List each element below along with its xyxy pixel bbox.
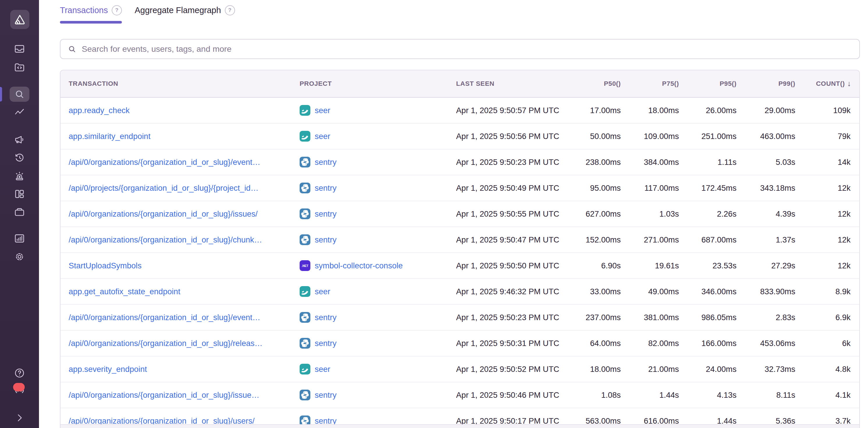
sidebar-item-dashboards[interactable]: [9, 186, 29, 202]
sidebar-item-settings[interactable]: [9, 249, 29, 265]
project-link[interactable]: sentry: [315, 339, 337, 348]
count-cell: 4.8k: [795, 365, 859, 374]
help-icon[interactable]: ?: [112, 5, 122, 15]
p50-cell: 18.00ms: [584, 365, 621, 374]
col-header-p95[interactable]: P95(): [679, 80, 737, 88]
history-clock-icon: [14, 152, 25, 164]
tab-transactions[interactable]: Transactions ?: [60, 5, 122, 24]
p99-cell: 453.06ms: [737, 339, 795, 348]
sidebar: [0, 0, 39, 428]
col-header-project[interactable]: PROJECT: [300, 80, 456, 88]
transaction-link[interactable]: StartUploadSymbols: [69, 261, 142, 270]
last-seen-cell: Apr 1, 2025 9:50:52 PM UTC: [456, 365, 584, 374]
project-link[interactable]: symbol-collector-console: [315, 261, 403, 270]
col-header-p75[interactable]: P75(): [621, 80, 679, 88]
sidebar-item-search-active[interactable]: [9, 87, 29, 102]
help-icon[interactable]: ?: [225, 5, 235, 15]
project-link[interactable]: sentry: [315, 313, 337, 322]
sidebar-item-explore[interactable]: [9, 59, 29, 75]
col-header-last-seen[interactable]: LAST SEEN: [456, 80, 584, 88]
transaction-cell: /api/0/organizations/{organization_id_or…: [61, 235, 300, 244]
sidebar-item-issues[interactable]: [9, 41, 29, 57]
last-seen-cell: Apr 1, 2025 9:50:23 PM UTC: [456, 313, 584, 322]
project-link[interactable]: sentry: [315, 391, 337, 400]
siren-icon: [14, 170, 25, 182]
project-cell: seer: [300, 364, 456, 374]
col-header-p99[interactable]: P99(): [737, 80, 795, 88]
last-seen-cell: Apr 1, 2025 9:46:32 PM UTC: [456, 287, 584, 296]
table-row: app.similarity_endpointseerApr 1, 2025 9…: [61, 124, 859, 150]
p95-cell: 687.00ms: [679, 235, 737, 244]
project-cell: .NETsymbol-collector-console: [300, 260, 456, 271]
transaction-link[interactable]: app.severity_endpoint: [69, 365, 147, 374]
transaction-cell: /api/0/projects/{organization_id_or_slug…: [61, 184, 300, 193]
last-seen-cell: Apr 1, 2025 9:50:57 PM UTC: [456, 106, 584, 115]
col-header-count[interactable]: COUNT() ↓: [795, 79, 859, 88]
project-link[interactable]: sentry: [315, 209, 337, 219]
transaction-link[interactable]: app.similarity_endpoint: [69, 132, 150, 141]
project-cell: sentry: [300, 312, 456, 323]
table-row: /api/0/organizations/{organization_id_or…: [61, 331, 859, 357]
transaction-link[interactable]: app.get_autofix_state_endpoint: [69, 287, 180, 296]
table-row: app.severity_endpointseerApr 1, 2025 9:5…: [61, 357, 859, 382]
transaction-link[interactable]: /api/0/projects/{organization_id_or_slug…: [69, 184, 258, 193]
sidebar-item-replays[interactable]: [9, 150, 29, 166]
transactions-table: TRANSACTION PROJECT LAST SEEN P50() P75(…: [60, 70, 860, 428]
p75-cell: 21.00ms: [621, 365, 679, 374]
transaction-link[interactable]: /api/0/organizations/{organization_id_or…: [69, 339, 263, 348]
sidebar-item-stats[interactable]: [9, 230, 29, 246]
col-header-transaction[interactable]: TRANSACTION: [61, 80, 300, 88]
last-seen-cell: Apr 1, 2025 9:50:49 PM UTC: [456, 184, 584, 193]
sidebar-item-help[interactable]: [9, 365, 29, 381]
table-body: app.ready_checkseerApr 1, 2025 9:50:57 P…: [61, 98, 859, 428]
sidebar-item-insights[interactable]: [9, 105, 29, 121]
p99-cell: 1.37s: [737, 235, 795, 244]
project-cell: seer: [300, 131, 456, 142]
project-link[interactable]: sentry: [315, 158, 337, 167]
active-nav-indicator: [0, 87, 2, 101]
col-header-count-label: COUNT(): [816, 80, 845, 88]
transaction-link[interactable]: /api/0/organizations/{organization_id_or…: [69, 158, 260, 167]
project-cell: sentry: [300, 338, 456, 349]
p75-cell: 109.00ms: [621, 132, 679, 141]
chevron-right-icon: [14, 412, 25, 424]
p50-cell: 152.00ms: [584, 235, 621, 244]
project-link[interactable]: sentry: [315, 235, 337, 244]
view-tabs: Transactions ? Aggregate Flamegraph ?: [60, 5, 235, 24]
search-bar[interactable]: Search for events, users, tags, and more: [60, 39, 860, 59]
p50-cell: 1.08s: [584, 391, 621, 400]
seer-project-icon: [300, 286, 310, 297]
project-link[interactable]: seer: [315, 287, 331, 296]
transaction-cell: /api/0/organizations/{organization_id_or…: [61, 158, 300, 167]
p99-cell: 833.90ms: [737, 287, 795, 296]
transaction-link[interactable]: /api/0/organizations/{organization_id_or…: [69, 313, 260, 322]
p75-cell: 1.44s: [621, 391, 679, 400]
project-cell: seer: [300, 286, 456, 297]
transaction-link[interactable]: /api/0/organizations/{organization_id_or…: [69, 391, 259, 399]
sentry-logo-button[interactable]: [10, 10, 29, 29]
project-link[interactable]: seer: [315, 132, 331, 141]
sidebar-item-feedback[interactable]: [9, 131, 29, 148]
project-link[interactable]: sentry: [315, 184, 337, 193]
python-project-icon: [300, 157, 310, 167]
profiling-transactions-screen: Transactions ? Aggregate Flamegraph ? Se…: [0, 0, 868, 428]
col-header-p50[interactable]: P50(): [584, 80, 621, 88]
last-seen-cell: Apr 1, 2025 9:50:47 PM UTC: [456, 235, 584, 244]
project-link[interactable]: seer: [315, 106, 331, 115]
transaction-link[interactable]: /api/0/organizations/{organization_id_or…: [69, 416, 254, 425]
sidebar-item-alerts[interactable]: [9, 168, 29, 184]
sidebar-collapse-button[interactable]: [9, 410, 29, 426]
project-link[interactable]: seer: [315, 365, 331, 374]
transaction-link[interactable]: /api/0/organizations/{organization_id_or…: [69, 209, 258, 218]
sidebar-item-whats-new[interactable]: [9, 382, 29, 399]
sort-desc-icon: ↓: [847, 79, 851, 88]
transaction-cell: app.ready_check: [61, 106, 300, 115]
tab-aggregate-flamegraph[interactable]: Aggregate Flamegraph ?: [135, 5, 235, 24]
sidebar-item-projects[interactable]: [9, 204, 29, 220]
transaction-link[interactable]: app.ready_check: [69, 106, 129, 115]
count-cell: 79k: [795, 132, 859, 141]
p75-cell: 1.03s: [621, 209, 679, 219]
transaction-link[interactable]: /api/0/organizations/{organization_id_or…: [69, 235, 262, 244]
p99-cell: 343.18ms: [737, 184, 795, 193]
transaction-cell: app.get_autofix_state_endpoint: [61, 287, 300, 296]
